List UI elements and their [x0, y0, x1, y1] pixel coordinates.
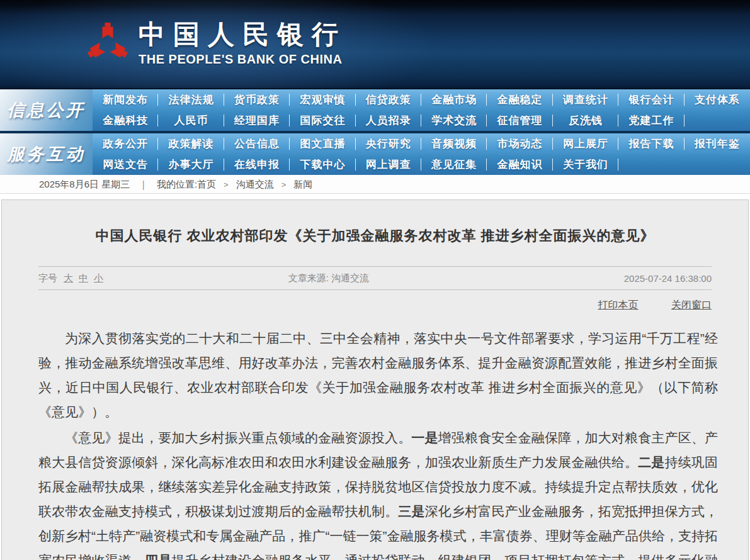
location-label: 我的位置: — [157, 175, 197, 193]
nav-item[interactable]: 支付体系 — [685, 89, 750, 110]
nav-item[interactable]: 货币政策 — [224, 89, 290, 110]
article-source: 文章来源: 沟通交流 — [109, 272, 624, 284]
nav-row: 网送文告办事大厅在线申报下载中心网上调查意见征集金融知识关于我们 — [93, 154, 750, 175]
pipe-separator: ｜ — [139, 175, 148, 193]
breadcrumb-link[interactable]: 首页 — [197, 179, 216, 189]
page: 中国人民银行 THE PEOPLE'S BANK OF CHINA 信息公开 新… — [0, 0, 750, 560]
nav-item[interactable]: 关于我们 — [553, 154, 618, 175]
close-window-link[interactable]: 关闭窗口 — [671, 300, 712, 310]
nav-menu: 政务公开政策解读公告信息图文直播央行研究音频视频市场动态网上展厅报告下载报刊年鉴… — [93, 133, 750, 175]
font-size-label: 字号 — [38, 272, 57, 284]
emphasis-text: 四是 — [145, 553, 171, 560]
nav-row: 金融科技人民币经理国库国际交往人员招录学术交流征信管理反洗钱党建工作 — [93, 110, 750, 131]
nav-item[interactable]: 图文直播 — [290, 133, 355, 154]
breadcrumb-link[interactable]: 沟通交流 — [236, 179, 274, 189]
print-page-link[interactable]: 打印本页 — [598, 300, 639, 310]
font-size-links: 大中小 — [64, 272, 109, 284]
nav-item[interactable]: 央行研究 — [356, 133, 421, 154]
main-navigation: 信息公开 新闻发布法律法规货币政策宏观审慎信贷政策金融市场金融稳定调查统计银行会… — [0, 88, 750, 175]
paragraph-text: 为深入贯彻落实党的二十大和二十届二中、三中全会精神，落实中央一号文件部署要求，学… — [38, 331, 718, 419]
article-title: 中国人民银行 农业农村部印发《关于加强金融服务农村改革 推进乡村全面振兴的意见》 — [38, 227, 712, 245]
breadcrumb-link[interactable]: 新闻 — [293, 179, 312, 189]
emphasis-text: 二是 — [638, 455, 664, 469]
nav-item[interactable]: 信贷政策 — [356, 89, 421, 110]
nav-item[interactable]: 新闻发布 — [93, 89, 158, 110]
bank-name-en: THE PEOPLE'S BANK OF CHINA — [139, 51, 346, 67]
nav-item[interactable]: 网上调查 — [356, 154, 421, 175]
emphasis-text: 三是 — [398, 504, 424, 518]
nav-item[interactable]: 征信管理 — [487, 110, 552, 131]
nav-label-info-disclosure[interactable]: 信息公开 — [0, 89, 93, 131]
nav-row: 新闻发布法律法规货币政策宏观审慎信贷政策金融市场金融稳定调查统计银行会计支付体系 — [93, 89, 750, 110]
nav-item[interactable]: 调查统计 — [553, 89, 618, 110]
breadcrumb-bar: 2025年8月6日 星期三 ｜ 我的位置: 首页>沟通交流>新闻 — [0, 175, 750, 194]
article-actions: 打印本页 关闭窗口 — [2, 299, 712, 312]
font-size-controls: 字号 大中小 — [38, 272, 109, 284]
nav-item[interactable]: 银行会计 — [618, 89, 684, 110]
nav-item[interactable]: 办事大厅 — [158, 154, 224, 175]
font-size-link[interactable]: 大 — [64, 272, 73, 283]
nav-item[interactable]: 人员招录 — [356, 110, 421, 131]
font-size-link[interactable]: 中 — [79, 272, 88, 283]
nav-item[interactable]: 市场动态 — [487, 133, 552, 154]
nav-cell-empty — [618, 154, 684, 175]
nav-menu: 新闻发布法律法规货币政策宏观审慎信贷政策金融市场金融稳定调查统计银行会计支付体系… — [93, 89, 750, 131]
nav-item[interactable]: 法律法规 — [158, 89, 224, 110]
article-paragraph: 《意见》提出，要加大乡村振兴重点领域的金融资源投入。一是增强粮食安全金融保障，加… — [38, 425, 718, 560]
nav-item[interactable]: 国际交往 — [290, 110, 355, 131]
site-banner: 中国人民银行 THE PEOPLE'S BANK OF CHINA — [0, 0, 750, 88]
bank-name-cn: 中国人民银行 — [139, 20, 346, 50]
nav-item[interactable]: 报告下载 — [618, 133, 684, 154]
nav-label-service-interaction[interactable]: 服务互动 — [0, 133, 93, 175]
nav-item[interactable]: 经理国库 — [224, 110, 290, 131]
nav-item[interactable]: 公告信息 — [224, 133, 290, 154]
nav-item[interactable]: 报刊年鉴 — [685, 133, 750, 154]
pboc-logo-icon — [87, 16, 128, 70]
nav-item[interactable]: 政策解读 — [158, 133, 224, 154]
article-container: 中国人民银行 农业农村部印发《关于加强金融服务农村改革 推进乡村全面振兴的意见》… — [1, 199, 749, 560]
nav-item[interactable]: 在线申报 — [224, 154, 290, 175]
nav-section-service-interaction: 服务互动 政务公开政策解读公告信息图文直播央行研究音频视频市场动态网上展厅报告下… — [0, 133, 750, 175]
nav-cell-empty — [685, 110, 750, 131]
nav-item[interactable]: 金融知识 — [487, 154, 552, 175]
article-datetime: 2025-07-24 16:38:00 — [624, 273, 712, 284]
nav-item[interactable]: 金融稳定 — [487, 89, 552, 110]
nav-item[interactable]: 网送文告 — [93, 154, 158, 175]
article-meta-row: 字号 大中小 文章来源: 沟通交流 2025-07-24 16:38:00 — [38, 266, 712, 290]
nav-item[interactable]: 下载中心 — [290, 154, 355, 175]
current-date: 2025年8月6日 星期三 — [39, 175, 130, 193]
nav-item[interactable]: 人民币 — [158, 110, 224, 131]
article-body: 为深入贯彻落实党的二十大和二十届二中、三中全会精神，落实中央一号文件部署要求，学… — [38, 326, 718, 560]
nav-cell-empty — [685, 154, 750, 175]
nav-row: 政务公开政策解读公告信息图文直播央行研究音频视频市场动态网上展厅报告下载报刊年鉴 — [93, 133, 750, 154]
nav-item[interactable]: 金融市场 — [421, 89, 487, 110]
nav-item[interactable]: 反洗钱 — [553, 110, 618, 131]
nav-item[interactable]: 金融科技 — [93, 110, 158, 131]
nav-item[interactable]: 网上展厅 — [553, 133, 618, 154]
breadcrumb: 首页>沟通交流>新闻 — [197, 175, 312, 194]
nav-section-info-disclosure: 信息公开 新闻发布法律法规货币政策宏观审慎信贷政策金融市场金融稳定调查统计银行会… — [0, 89, 750, 131]
nav-item[interactable]: 宏观审慎 — [290, 89, 355, 110]
nav-item[interactable]: 意见征集 — [421, 154, 487, 175]
nav-item[interactable]: 政务公开 — [93, 133, 158, 154]
emphasis-text: 一是 — [411, 430, 438, 445]
nav-item[interactable]: 党建工作 — [618, 110, 684, 131]
paragraph-text: 《意见》提出，要加大乡村振兴重点领域的金融资源投入。 — [65, 430, 411, 445]
crumb-separator: > — [281, 180, 287, 189]
nav-item[interactable]: 学术交流 — [421, 110, 487, 131]
font-size-link[interactable]: 小 — [94, 272, 103, 283]
nav-item[interactable]: 音频视频 — [421, 133, 487, 154]
crumb-separator: > — [224, 180, 229, 189]
article-paragraph: 为深入贯彻落实党的二十大和二十届二中、三中全会精神，落实中央一号文件部署要求，学… — [38, 326, 718, 424]
